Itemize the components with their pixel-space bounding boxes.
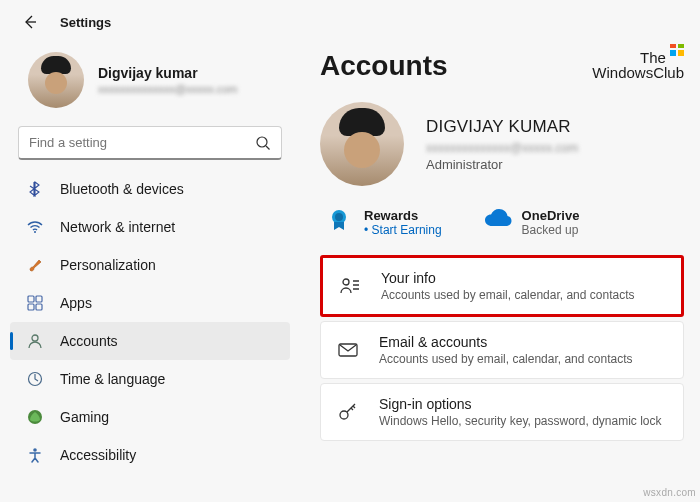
sidebar-item-personalization[interactable]: Personalization [10, 246, 290, 284]
sidebar-item-label: Accounts [60, 333, 118, 349]
onedrive-icon [484, 208, 510, 234]
sidebar-item-bluetooth[interactable]: Bluetooth & devices [10, 170, 290, 208]
svg-point-16 [343, 279, 349, 285]
account-display-name: DIGVIJAY KUMAR [426, 117, 578, 137]
sidebar-item-label: Gaming [60, 409, 109, 425]
your-info-icon [339, 275, 361, 297]
card-subtitle: Accounts used by email, calendar, and co… [379, 352, 632, 366]
watermark: wsxdn.com [643, 487, 696, 498]
tile-onedrive[interactable]: OneDrive Backed up [484, 208, 580, 237]
page-title: Accounts [320, 50, 448, 82]
card-email-accounts[interactable]: Email & accounts Accounts used by email,… [320, 321, 684, 379]
profile-block[interactable]: Digvijay kumar xxxxxxxxxxxxxx@xxxxx.com [10, 44, 290, 122]
back-button[interactable] [18, 10, 42, 34]
svg-point-15 [335, 213, 343, 221]
nav-list: Bluetooth & devices Network & internet P… [10, 166, 290, 474]
rewards-icon [326, 208, 352, 234]
sidebar-item-time-language[interactable]: Time & language [10, 360, 290, 398]
mail-icon [337, 339, 359, 361]
svg-rect-3 [36, 296, 42, 302]
profile-name: Digvijay kumar [98, 65, 238, 81]
brand-logo: The WindowsClub [592, 50, 684, 80]
card-your-info[interactable]: Your info Accounts used by email, calend… [320, 255, 684, 317]
svg-rect-10 [670, 44, 676, 48]
search-input[interactable] [29, 135, 255, 150]
title-bar: Settings [0, 0, 700, 44]
sidebar-item-label: Personalization [60, 257, 156, 273]
svg-point-18 [340, 411, 348, 419]
sidebar-item-accounts[interactable]: Accounts [10, 322, 290, 360]
arrow-left-icon [22, 14, 38, 30]
sidebar-item-apps[interactable]: Apps [10, 284, 290, 322]
svg-rect-12 [670, 50, 676, 56]
status-tiles: Rewards Start Earning OneDrive Backed up [326, 208, 684, 237]
sidebar-item-label: Network & internet [60, 219, 175, 235]
sidebar-item-gaming[interactable]: Gaming [10, 398, 290, 436]
clock-globe-icon [26, 370, 44, 388]
gaming-icon [26, 408, 44, 426]
svg-rect-13 [678, 50, 684, 56]
svg-point-1 [34, 231, 36, 233]
svg-point-0 [257, 137, 267, 147]
sidebar-item-accessibility[interactable]: Accessibility [10, 436, 290, 474]
svg-point-6 [32, 335, 38, 341]
svg-rect-4 [28, 304, 34, 310]
search-input-wrap[interactable] [18, 126, 282, 160]
card-subtitle: Windows Hello, security key, password, d… [379, 414, 662, 428]
avatar-large [320, 102, 404, 186]
windows-flag-icon [670, 44, 684, 56]
content-pane: Accounts The WindowsClub DIGVIJAY KUMAR … [300, 44, 700, 502]
sidebar-item-label: Time & language [60, 371, 165, 387]
sidebar-item-label: Bluetooth & devices [60, 181, 184, 197]
wifi-icon [26, 218, 44, 236]
sidebar: Digvijay kumar xxxxxxxxxxxxxx@xxxxx.com … [0, 44, 300, 502]
person-icon [26, 332, 44, 350]
apps-icon [26, 294, 44, 312]
bluetooth-icon [26, 180, 44, 198]
sidebar-item-label: Apps [60, 295, 92, 311]
account-header: DIGVIJAY KUMAR xxxxxxxxxxxxxx@xxxxx.com … [320, 102, 684, 186]
avatar [28, 52, 84, 108]
card-subtitle: Accounts used by email, calendar, and co… [381, 288, 634, 302]
tile-subtitle: Start Earning [364, 223, 442, 237]
svg-rect-11 [678, 44, 684, 48]
card-title: Your info [381, 270, 634, 286]
window-title: Settings [60, 15, 111, 30]
main-area: Digvijay kumar xxxxxxxxxxxxxx@xxxxx.com … [0, 44, 700, 502]
account-email: xxxxxxxxxxxxxx@xxxxx.com [426, 141, 578, 155]
tile-title: Rewards [364, 208, 442, 223]
sidebar-item-label: Accessibility [60, 447, 136, 463]
tile-rewards[interactable]: Rewards Start Earning [326, 208, 442, 237]
card-sign-in-options[interactable]: Sign-in options Windows Hello, security … [320, 383, 684, 441]
card-title: Sign-in options [379, 396, 662, 412]
svg-rect-5 [36, 304, 42, 310]
card-title: Email & accounts [379, 334, 632, 350]
sidebar-item-network[interactable]: Network & internet [10, 208, 290, 246]
tile-title: OneDrive [522, 208, 580, 223]
profile-email: xxxxxxxxxxxxxx@xxxxx.com [98, 83, 238, 95]
key-icon [337, 401, 359, 423]
paintbrush-icon [26, 256, 44, 274]
accessibility-icon [26, 446, 44, 464]
search-icon [255, 135, 271, 151]
settings-cards: Your info Accounts used by email, calend… [320, 255, 684, 441]
account-role: Administrator [426, 157, 578, 172]
svg-rect-2 [28, 296, 34, 302]
tile-subtitle: Backed up [522, 223, 580, 237]
svg-point-9 [33, 448, 37, 452]
